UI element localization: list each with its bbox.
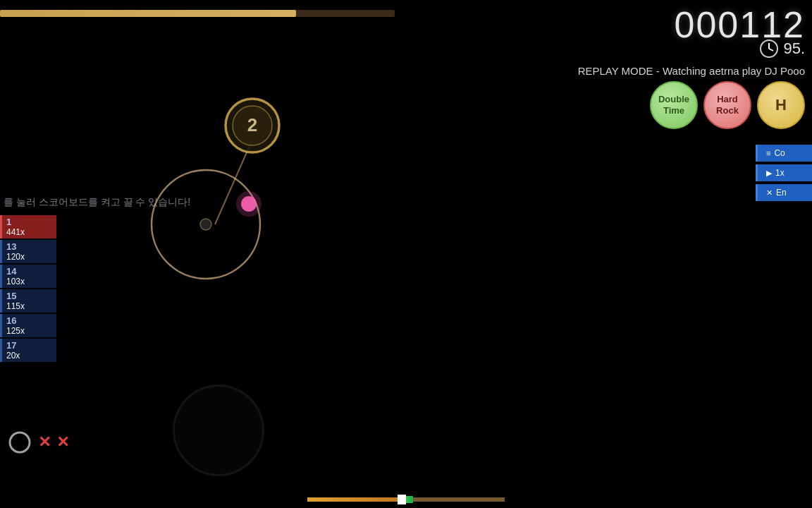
combo-label: Co bbox=[774, 148, 785, 158]
lb-entry-6[interactable]: 17 20x bbox=[0, 339, 56, 362]
lb-rank-1: 1 bbox=[6, 217, 52, 227]
lb-entry-4[interactable]: 15 115x bbox=[0, 289, 56, 313]
hit-x-2: ✕ bbox=[56, 433, 69, 452]
lb-score-2: 120x bbox=[6, 252, 52, 262]
hit-circle-2-inner bbox=[233, 106, 272, 145]
hit-circle-2-number: 2 bbox=[247, 114, 257, 135]
lb-entry-2[interactable]: 13 120x bbox=[0, 240, 56, 263]
lb-entry-5[interactable]: 16 125x bbox=[0, 314, 56, 337]
spinner-outer bbox=[152, 170, 260, 279]
leaderboard: 1 441x 13 120x 14 103x 15 115x 16 125x 1… bbox=[0, 215, 56, 363]
clock-area: 95. bbox=[759, 39, 805, 59]
game-area: 000112 95. REPLAY MODE - Watching aetrna… bbox=[0, 0, 812, 508]
lb-rank-3: 14 bbox=[6, 266, 52, 277]
clock-icon bbox=[759, 39, 779, 59]
mods-area: DoubleTime HardRock H bbox=[650, 81, 805, 129]
lb-score-4: 115x bbox=[6, 301, 52, 311]
lb-rank-2: 13 bbox=[6, 241, 52, 252]
combo-button[interactable]: ≡ Co bbox=[756, 145, 812, 162]
speed-button[interactable]: ▶ 1x bbox=[756, 164, 812, 181]
spinner-center bbox=[200, 219, 211, 230]
exit-button[interactable]: ✕ En bbox=[756, 184, 812, 201]
ghost-spinner bbox=[173, 385, 264, 476]
close-icon: ✕ bbox=[766, 188, 773, 198]
right-buttons: ≡ Co ▶ 1x ✕ En bbox=[756, 145, 812, 201]
speed-label: 1x bbox=[775, 168, 785, 178]
approach-line bbox=[215, 140, 252, 224]
replay-mode-text: REPLAY MODE - Watching aetrna play DJ Po… bbox=[578, 65, 805, 77]
bottom-bar-fill bbox=[307, 497, 402, 502]
mod-hidden[interactable]: H bbox=[757, 81, 805, 129]
hit-x-1: ✕ bbox=[38, 433, 51, 452]
lb-rank-4: 15 bbox=[6, 291, 52, 301]
accuracy-display: 95. bbox=[783, 40, 805, 58]
play-icon: ▶ bbox=[766, 169, 772, 178]
cursor-ball bbox=[241, 196, 257, 212]
lb-score-5: 125x bbox=[6, 326, 52, 336]
hit-result-area: ✕ ✕ bbox=[7, 430, 69, 455]
bottom-progress-area bbox=[307, 495, 505, 504]
exit-label: En bbox=[776, 188, 787, 198]
lb-entry-3[interactable]: 14 103x bbox=[0, 265, 56, 288]
list-icon: ≡ bbox=[766, 149, 770, 157]
lb-entry-1[interactable]: 1 441x bbox=[0, 215, 56, 238]
lb-score-3: 103x bbox=[6, 277, 52, 286]
svg-point-3 bbox=[10, 433, 30, 452]
lb-score-1: 441x bbox=[6, 227, 52, 237]
lb-score-6: 20x bbox=[6, 351, 52, 361]
bottom-bar-marker bbox=[398, 495, 406, 504]
lb-rank-6: 17 bbox=[6, 340, 52, 351]
mod-double-time[interactable]: DoubleTime bbox=[650, 81, 698, 129]
top-progress-fill bbox=[0, 10, 296, 17]
mod-hard-rock[interactable]: HardRock bbox=[703, 81, 751, 129]
svg-line-2 bbox=[769, 49, 773, 51]
hit-circle-icon bbox=[7, 430, 32, 455]
lb-rank-5: 16 bbox=[6, 315, 52, 326]
top-progress-bar bbox=[0, 10, 395, 17]
hit-circle-2-outer bbox=[226, 99, 279, 152]
subtitle-text: 를 눌러 스코어보드를 켜고 끌 수 있습니다! bbox=[0, 196, 190, 209]
cursor-glow bbox=[236, 191, 262, 217]
